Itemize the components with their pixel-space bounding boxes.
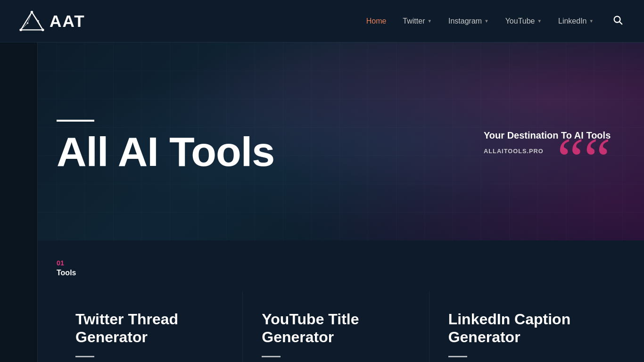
svg-line-11 xyxy=(619,22,622,24)
hero-content: All AI Tools xyxy=(0,42,465,240)
tool-title: Twitter Thread Generator xyxy=(75,310,223,346)
svg-line-5 xyxy=(38,21,43,30)
logo[interactable]: AAT xyxy=(19,10,85,32)
svg-point-6 xyxy=(37,20,39,22)
hero-accent-line xyxy=(57,120,94,122)
svg-marker-0 xyxy=(21,12,43,30)
instagram-dropdown-icon: ▼ xyxy=(484,18,489,24)
tool-card-youtube-title[interactable]: YouTube Title Generator xyxy=(243,291,429,362)
header: AAT Home Twitter ▼ Instagram ▼ YouTube ▼… xyxy=(0,0,644,42)
tools-grid-row1: Twitter Thread Generator YouTube Title G… xyxy=(0,291,644,362)
nav-home[interactable]: Home xyxy=(366,17,387,25)
tool-title: YouTube Title Generator xyxy=(262,310,410,346)
tool-card-accent xyxy=(262,356,281,357)
tool-title: LinkedIn Caption Generator xyxy=(448,310,597,346)
tool-card-linkedin-caption[interactable]: LinkedIn Caption Generator xyxy=(429,291,616,362)
tools-section-header: 01 Tools xyxy=(0,240,644,277)
quote-box: ““ Your Destination To AI Tools ALLAITOO… xyxy=(474,119,625,164)
sidebar xyxy=(0,42,38,362)
section-label: Tools xyxy=(57,269,616,277)
tool-card-accent xyxy=(448,356,467,357)
nav-youtube[interactable]: YouTube ▼ xyxy=(505,17,542,25)
section-number: 01 xyxy=(57,259,616,267)
twitter-dropdown-icon: ▼ xyxy=(427,18,432,24)
linkedin-dropdown-icon: ▼ xyxy=(589,18,594,24)
hero-title: All AI Tools xyxy=(57,131,437,173)
svg-line-4 xyxy=(32,12,39,21)
hero-section: All AI Tools ““ Your Destination To AI T… xyxy=(0,42,644,240)
nav-instagram[interactable]: Instagram ▼ xyxy=(448,17,489,25)
nav-linkedin[interactable]: LinkedIn ▼ xyxy=(558,17,594,25)
main-nav: Home Twitter ▼ Instagram ▼ YouTube ▼ Lin… xyxy=(366,12,625,30)
logo-text: AAT xyxy=(50,12,85,31)
quote-marks-icon: ““ xyxy=(557,138,611,181)
hero-quote-area: ““ Your Destination To AI Tools ALLAITOO… xyxy=(465,42,644,240)
youtube-dropdown-icon: ▼ xyxy=(537,18,542,24)
tool-card-twitter-thread[interactable]: Twitter Thread Generator xyxy=(57,291,243,362)
tool-card-accent xyxy=(75,356,94,357)
logo-icon xyxy=(19,10,45,32)
nav-twitter[interactable]: Twitter ▼ xyxy=(403,17,432,25)
search-button[interactable] xyxy=(610,12,625,30)
